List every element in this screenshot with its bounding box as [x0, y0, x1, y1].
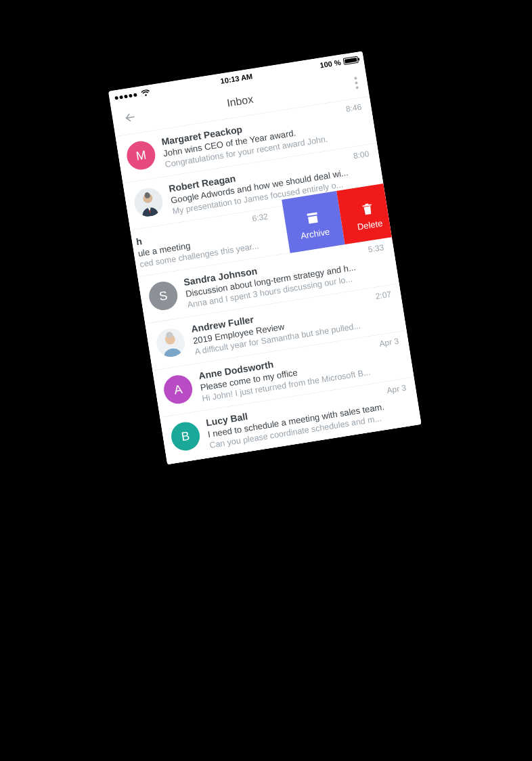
avatar-letter: M — [125, 139, 157, 172]
phone-frame: 10:13 AM 100 % Inbox M Margaret Peackop — [108, 51, 422, 465]
avatar-letter: S — [147, 280, 179, 312]
avatar-photo — [154, 326, 187, 359]
avatar-letter: A — [162, 373, 194, 406]
delete-label: Delete — [357, 218, 383, 232]
archive-label: Archive — [300, 226, 330, 241]
avatar-letter: B — [169, 420, 202, 452]
message-list[interactable]: M Margaret Peackop John wins CEO of the … — [116, 97, 422, 464]
trash-icon — [360, 202, 376, 217]
avatar-photo — [132, 186, 164, 219]
archive-icon — [305, 211, 321, 226]
